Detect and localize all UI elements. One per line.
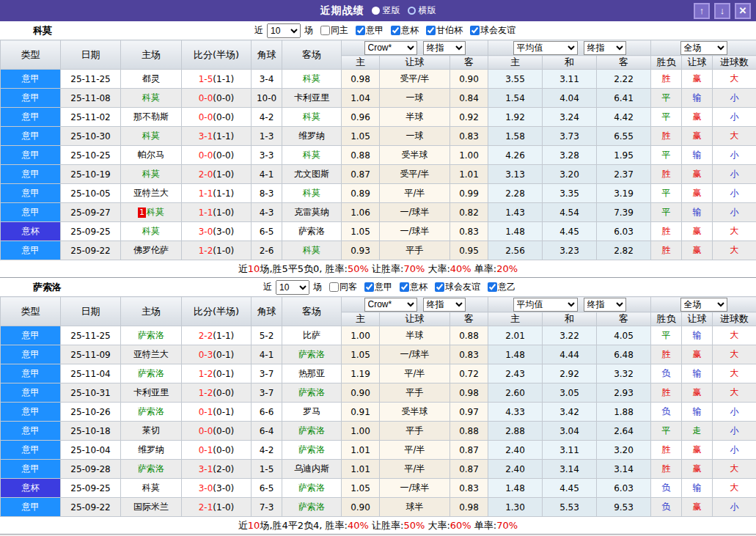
move-up-button[interactable]: ↑ (694, 3, 710, 19)
league-checkbox[interactable] (435, 282, 444, 292)
league-checkbox[interactable] (356, 26, 365, 35)
matches-count-select[interactable]: 10 (267, 23, 301, 38)
home-team-cell[interactable]: 萨索洛 (121, 364, 182, 383)
home-team-cell[interactable]: 佛罗伦萨 (121, 241, 182, 260)
halftime-score: (1-0) (213, 246, 234, 256)
euro-home-odds: 1.48 (488, 222, 543, 241)
date-cell: 25-09-22 (61, 241, 121, 260)
asian-odds-time-select[interactable]: 终指 (423, 298, 466, 312)
layout-radio-horizontal[interactable]: 横版 (408, 4, 436, 17)
league-filter-2[interactable]: 甘伯杯 (421, 24, 463, 37)
sub-header-4: 和 (543, 56, 597, 70)
away-team-cell[interactable]: 热那亚 (282, 364, 342, 383)
away-team-cell[interactable]: 萨索洛 (282, 345, 342, 364)
radio-vertical-label: 竖版 (383, 4, 400, 17)
away-team-cell[interactable]: 萨索洛 (282, 441, 342, 460)
same-side-filter[interactable]: 同主 (315, 24, 348, 37)
home-team-cell[interactable]: 国际米兰 (121, 498, 182, 517)
away-team-cell[interactable]: 罗马 (282, 403, 342, 422)
league-checkbox[interactable] (488, 282, 497, 292)
home-team-cell[interactable]: 萨索洛 (121, 460, 182, 479)
away-team-cell[interactable]: 萨索洛 (282, 222, 342, 241)
same-side-filter[interactable]: 同客 (324, 281, 357, 293)
home-team-cell[interactable]: 都灵 (121, 70, 182, 89)
league-checkbox[interactable] (364, 282, 374, 292)
fulltime-score: 0-0 (199, 150, 213, 161)
away-team-cell[interactable]: 科莫 (282, 146, 342, 165)
scope-select[interactable]: 全场 (680, 298, 727, 312)
home-team-cell[interactable]: 维罗纳 (121, 441, 182, 460)
score-cell: 1-5(1-1) (182, 70, 252, 89)
home-team-cell[interactable]: 科莫 (121, 127, 182, 146)
league-filter-3[interactable]: 球会友谊 (465, 24, 515, 37)
away-team-cell[interactable]: 尤文图斯 (282, 165, 342, 184)
away-team-cell[interactable]: 萨索洛 (282, 498, 342, 517)
league-checkbox[interactable] (470, 26, 480, 35)
league-filter-1[interactable]: 意杯 (394, 281, 427, 293)
euro-odds-source-select[interactable]: 平均值 (513, 41, 578, 55)
asian-home-odds: 1.06 (342, 203, 380, 222)
away-team-cell[interactable]: 克雷莫纳 (282, 203, 342, 222)
league-checkbox[interactable] (426, 26, 436, 35)
away-team-cell[interactable]: 萨索洛 (282, 383, 342, 403)
league-checkbox[interactable] (400, 282, 409, 292)
home-team-cell[interactable]: 亚特兰大 (121, 345, 182, 364)
league-filter-2[interactable]: 球会友谊 (430, 281, 480, 293)
matches-count-select[interactable]: 10 (276, 280, 309, 295)
result-goals-cell: 大 (713, 326, 756, 345)
fulltime-score: 3-0 (199, 483, 213, 493)
close-button[interactable]: ✕ (735, 3, 751, 19)
result-handicap-cell: 赢 (682, 184, 713, 203)
asian-odds-source-select[interactable]: Crow* (364, 41, 417, 55)
league-cell: 意甲 (1, 146, 61, 165)
score-cell: 1-1(1-1) (182, 184, 252, 203)
euro-odds-time-select[interactable]: 终指 (584, 41, 626, 55)
asian-odds-source-select[interactable]: Crow* (364, 298, 417, 312)
home-team-cell[interactable]: 莱切 (121, 422, 182, 441)
date-cell: 25-09-22 (61, 498, 121, 517)
league-filter-1[interactable]: 意杯 (386, 24, 419, 37)
euro-draw-odds: 3.35 (543, 184, 597, 203)
away-team-cell[interactable]: 比萨 (282, 326, 342, 345)
home-team-cell[interactable]: 帕尔马 (121, 146, 182, 165)
league-cell: 意甲 (1, 460, 61, 479)
home-team-cell[interactable]: 科莫 (121, 89, 182, 108)
away-team-cell[interactable]: 科莫 (282, 241, 342, 260)
asian-odds-time-select[interactable]: 终指 (423, 41, 466, 55)
home-team-cell[interactable]: 萨索洛 (121, 403, 182, 422)
league-filter-0[interactable]: 意甲 (359, 281, 392, 293)
asian-away-odds: 0.87 (450, 460, 488, 479)
euro-home-odds: 1.30 (488, 498, 543, 517)
league-filter-0[interactable]: 意甲 (351, 24, 383, 37)
league-filter-3[interactable]: 意乙 (482, 281, 515, 293)
same-side-checkbox[interactable] (329, 282, 339, 292)
league-checkbox[interactable] (391, 26, 400, 35)
away-team-cell[interactable]: 科莫 (282, 108, 342, 127)
home-team-cell[interactable]: 那不勒斯 (121, 108, 182, 127)
home-team-cell[interactable]: 科莫 (121, 479, 182, 498)
move-down-button[interactable]: ↓ (714, 3, 730, 19)
away-team-cell[interactable]: 萨索洛 (282, 479, 342, 498)
home-team-cell[interactable]: 萨索洛 (121, 326, 182, 345)
home-team-cell[interactable]: 科莫 (121, 222, 182, 241)
away-team-cell[interactable]: 科莫 (282, 184, 342, 203)
home-team-cell[interactable]: 亚特兰大 (121, 184, 182, 203)
away-team-cell[interactable]: 萨索洛 (282, 422, 342, 441)
away-team-cell[interactable]: 乌迪内斯 (282, 460, 342, 479)
euro-away-odds: 2.93 (597, 383, 651, 403)
away-team-cell[interactable]: 科莫 (282, 70, 342, 89)
away-team-cell[interactable]: 卡利亚里 (282, 89, 342, 108)
euro-odds-source-select[interactable]: 平均值 (513, 298, 578, 312)
result-handicap-cell: 赢 (682, 165, 713, 184)
layout-radio-vertical[interactable]: 竖版 (372, 4, 400, 17)
result-group-header: 全场 (651, 40, 756, 56)
away-team-cell[interactable]: 维罗纳 (282, 127, 342, 146)
home-team-cell[interactable]: 1科莫 (121, 203, 182, 222)
same-side-checkbox[interactable] (320, 26, 330, 35)
scope-select[interactable]: 全场 (680, 41, 727, 55)
home-team-cell[interactable]: 卡利亚里 (121, 383, 182, 403)
asian-away-odds: 0.88 (450, 326, 488, 345)
home-team-cell[interactable]: 科莫 (121, 165, 182, 184)
euro-odds-time-select[interactable]: 终指 (584, 298, 626, 312)
euro-home-odds: 2.40 (488, 441, 543, 460)
